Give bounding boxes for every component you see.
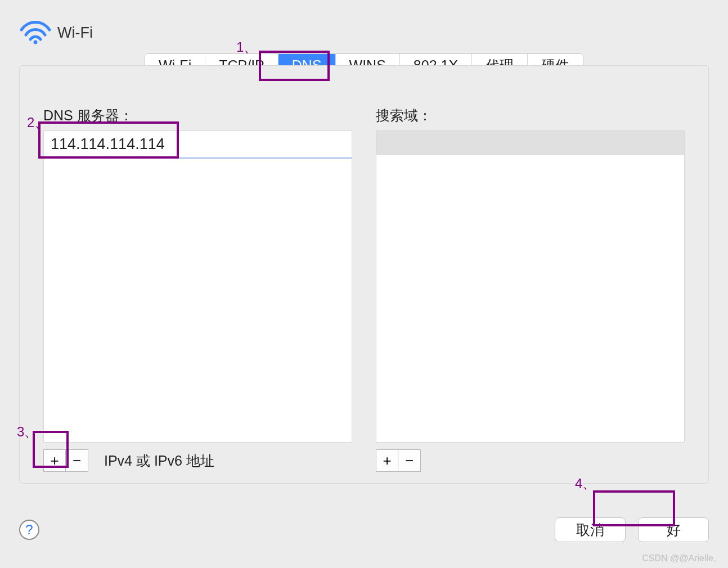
dns-add-button[interactable]: + — [43, 449, 66, 472]
header: Wi-Fi — [0, 0, 728, 48]
cancel-button[interactable]: 取消 — [555, 517, 626, 542]
dns-server-row[interactable]: 114.114.114.114 — [44, 131, 352, 159]
search-buttons-row: + − — [376, 449, 685, 472]
dns-hint: IPv4 或 IPv6 地址 — [104, 452, 214, 470]
search-domains-label: 搜索域： — [376, 106, 685, 125]
svg-point-0 — [34, 40, 38, 44]
page-title: Wi-Fi — [57, 24, 93, 42]
dns-servers-list[interactable]: 114.114.114.114 — [43, 130, 352, 443]
footer: ? 取消 好 — [19, 514, 709, 546]
search-add-button[interactable]: + — [376, 449, 398, 472]
dns-buttons-row: + − IPv4 或 IPv6 地址 — [43, 449, 352, 472]
help-button[interactable]: ? — [19, 520, 39, 540]
wifi-icon — [19, 21, 52, 44]
search-domains-column: 搜索域： + − — [376, 106, 685, 472]
ok-button[interactable]: 好 — [638, 517, 709, 542]
dns-remove-button[interactable]: − — [66, 449, 88, 472]
dns-servers-label: DNS 服务器： — [43, 106, 352, 125]
dns-panel: DNS 服务器： 114.114.114.114 + − IPv4 或 IPv6… — [19, 65, 709, 484]
dns-servers-column: DNS 服务器： 114.114.114.114 + − IPv4 或 IPv6… — [43, 106, 352, 472]
search-domains-header — [376, 131, 684, 155]
watermark: CSDN @@Arielle。 — [642, 553, 722, 565]
search-domains-list[interactable] — [376, 130, 685, 443]
search-remove-button[interactable]: − — [398, 449, 421, 472]
